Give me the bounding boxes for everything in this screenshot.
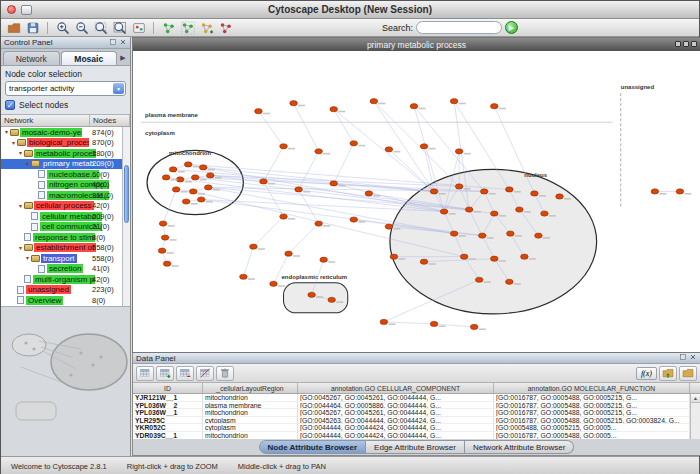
network-node[interactable] bbox=[460, 254, 468, 259]
tab-network[interactable]: Network bbox=[3, 51, 60, 65]
network-node[interactable] bbox=[475, 277, 483, 282]
network-edge[interactable] bbox=[289, 224, 319, 254]
clear-selection-icon[interactable] bbox=[196, 366, 214, 381]
network-node[interactable] bbox=[480, 189, 488, 194]
network-node[interactable] bbox=[159, 221, 167, 226]
network-node[interactable] bbox=[365, 191, 373, 196]
expander-icon[interactable]: ▾ bbox=[17, 201, 24, 211]
network-node[interactable] bbox=[516, 207, 524, 212]
show-graphics-details-icon[interactable] bbox=[130, 20, 147, 36]
network-node[interactable] bbox=[320, 257, 328, 262]
expand-network-icon[interactable] bbox=[198, 20, 215, 36]
network-node[interactable] bbox=[280, 144, 288, 149]
tree-row[interactable]: multi-organism pr...42(0) bbox=[1, 274, 122, 285]
network-node[interactable] bbox=[169, 167, 177, 172]
network-node[interactable] bbox=[541, 211, 549, 216]
network-node[interactable] bbox=[455, 149, 463, 154]
tab-network-attribute-browser[interactable]: Network Attribute Browser bbox=[465, 440, 574, 454]
tab-edge-attribute-browser[interactable]: Edge Attribute Browser bbox=[366, 440, 465, 454]
tree-row[interactable]: Overview8(0) bbox=[1, 295, 122, 306]
create-attribute-icon[interactable] bbox=[156, 366, 174, 381]
column-header[interactable]: ID bbox=[133, 383, 203, 393]
network-node[interactable] bbox=[285, 251, 293, 256]
table-row[interactable]: YJR121W__1mitochondrion[GO:0045267, GO:0… bbox=[133, 394, 700, 402]
table-row[interactable]: YLR295Ccytoplasm[GO:0045263, GO:0044444,… bbox=[133, 417, 700, 425]
expander-icon[interactable]: ▾ bbox=[3, 127, 10, 137]
network-node[interactable] bbox=[204, 185, 212, 190]
network-node[interactable] bbox=[330, 181, 338, 186]
network-node[interactable] bbox=[506, 279, 514, 284]
table-row[interactable]: YPL036W__1mitochondrion[GO:0045267, GO:0… bbox=[133, 409, 700, 417]
network-node[interactable] bbox=[161, 235, 169, 240]
tab-node-attribute-browser[interactable]: Node Attribute Browser bbox=[259, 440, 367, 454]
column-header-network[interactable]: Network bbox=[1, 115, 90, 126]
zoom-selected-region-icon[interactable] bbox=[92, 20, 109, 36]
tree-row[interactable]: nucleobase...60(0) bbox=[1, 169, 122, 180]
network-edge[interactable] bbox=[334, 109, 434, 191]
zoom-out-icon[interactable] bbox=[73, 20, 90, 36]
network-node[interactable] bbox=[158, 248, 166, 253]
network-node[interactable] bbox=[410, 104, 418, 109]
float-icon[interactable] bbox=[109, 38, 117, 48]
network-node[interactable] bbox=[270, 281, 278, 286]
network-node[interactable] bbox=[420, 259, 428, 264]
expander-icon[interactable]: ▾ bbox=[24, 253, 31, 263]
network-node[interactable] bbox=[470, 324, 478, 329]
network-edge[interactable] bbox=[253, 217, 283, 247]
network-node[interactable] bbox=[191, 175, 199, 180]
close-button[interactable] bbox=[7, 5, 16, 14]
network-node[interactable] bbox=[206, 173, 214, 178]
tree-row[interactable]: ▾metabolic process280(0) bbox=[1, 148, 122, 159]
network-node[interactable] bbox=[440, 209, 448, 214]
tab-mosaic[interactable]: Mosaic bbox=[61, 51, 118, 65]
network-edge[interactable] bbox=[389, 149, 434, 191]
network-canvas-svg[interactable]: plasma membranecytoplasmmitochondrionnuc… bbox=[133, 51, 700, 352]
network-node[interactable] bbox=[455, 184, 463, 189]
network-node[interactable] bbox=[172, 187, 180, 192]
expander-icon[interactable]: ▾ bbox=[10, 138, 17, 148]
table-row[interactable]: YKR052Ccytoplasm[GO:0044444, GO:0044424,… bbox=[133, 424, 700, 432]
network-node[interactable] bbox=[385, 147, 393, 152]
network-node[interactable] bbox=[535, 233, 543, 238]
network-edge[interactable] bbox=[263, 146, 283, 181]
select-attributes-icon[interactable] bbox=[136, 366, 154, 381]
column-header[interactable]: _cellularLayoutRegion bbox=[203, 383, 298, 393]
tree-row[interactable]: macromolecule...311(0) bbox=[1, 190, 122, 201]
network-node[interactable] bbox=[490, 256, 498, 261]
network-edge[interactable] bbox=[334, 109, 354, 143]
column-header-nodes[interactable]: Nodes bbox=[90, 115, 130, 126]
view-minimize-button[interactable] bbox=[675, 41, 681, 47]
network-node[interactable] bbox=[490, 211, 498, 216]
network-node[interactable] bbox=[370, 99, 378, 104]
network-node[interactable] bbox=[507, 231, 515, 236]
tabs-overflow-icon[interactable]: ▶ bbox=[118, 51, 128, 65]
network-node[interactable] bbox=[521, 254, 529, 259]
network-node[interactable] bbox=[197, 197, 205, 202]
tree-row[interactable]: ▾transport558(0) bbox=[1, 253, 122, 264]
tree-row[interactable]: ▾cellular process42(0) bbox=[1, 201, 122, 212]
network-node[interactable] bbox=[328, 297, 336, 302]
scroll-up-icon[interactable]: ▲ bbox=[691, 394, 700, 403]
open-session-icon[interactable] bbox=[5, 20, 22, 36]
network-node[interactable] bbox=[531, 191, 539, 196]
tree-row[interactable]: cellular metabo...209(0) bbox=[1, 211, 122, 222]
network-node[interactable] bbox=[290, 101, 298, 106]
network-node[interactable] bbox=[390, 254, 398, 259]
table-row[interactable]: YDR039C__1mitochondrion[GO:0044444, GO:0… bbox=[133, 432, 700, 439]
network-node[interactable] bbox=[430, 321, 438, 326]
open-folder-icon[interactable] bbox=[679, 366, 697, 381]
tree-row[interactable]: response to stimul...8(0) bbox=[1, 232, 122, 243]
tree-row[interactable]: ▾biological_process870(0) bbox=[1, 138, 122, 149]
birdseye-view[interactable] bbox=[1, 306, 130, 456]
network-edge[interactable] bbox=[294, 103, 319, 151]
node-color-select[interactable]: transporter activity ▼ bbox=[5, 81, 126, 96]
tree-scrollbar-thumb[interactable] bbox=[124, 165, 129, 223]
save-session-icon[interactable] bbox=[24, 20, 41, 36]
tree-row[interactable]: secretion41(0) bbox=[1, 264, 122, 275]
network-node[interactable] bbox=[478, 233, 486, 238]
table-row[interactable]: YPL036W__2plasma membrane[GO:0044464, GO… bbox=[133, 402, 700, 410]
view-title-bar[interactable]: primary metabolic process bbox=[133, 38, 700, 51]
merge-network-icon[interactable] bbox=[217, 20, 234, 36]
new-network-icon[interactable] bbox=[160, 20, 177, 36]
tree-row[interactable]: cell communica...21(0) bbox=[1, 222, 122, 233]
